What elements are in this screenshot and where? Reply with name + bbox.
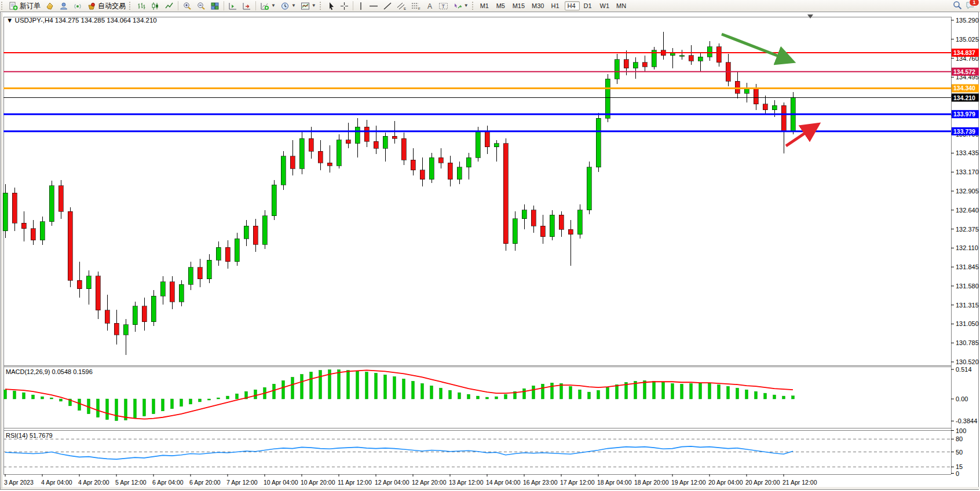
autotrading-button[interactable]: 自动交易 <box>85 1 128 11</box>
candle-body <box>383 136 387 148</box>
svg-text:12 Apr 20:00: 12 Apr 20:00 <box>412 479 447 486</box>
svg-text:0: 0 <box>956 470 959 477</box>
timeframe-button-m15[interactable]: M15 <box>510 1 528 10</box>
svg-text:-0.3844: -0.3844 <box>956 417 977 424</box>
horizontal-line-tool-button[interactable] <box>367 1 381 11</box>
quotes-button[interactable] <box>43 1 57 11</box>
toolbar-grip <box>1 2 5 10</box>
green-down-arrow[interactable] <box>722 34 791 61</box>
timeframe-button-w1[interactable]: W1 <box>597 1 613 10</box>
profile-button[interactable] <box>57 1 71 11</box>
candle-body <box>457 167 462 179</box>
candle-body <box>494 144 499 147</box>
svg-text:131.580: 131.580 <box>956 283 979 290</box>
candle-body <box>272 185 276 215</box>
candle-body <box>346 140 350 144</box>
chart-canvas[interactable]: 135.290135.025134.760134.495134.230133.9… <box>1 12 979 489</box>
candle-body <box>337 140 341 166</box>
tile-windows-button[interactable] <box>208 1 222 11</box>
channel-tool-button[interactable]: E <box>394 1 409 11</box>
add-indicator-button[interactable]: ▼ <box>258 1 278 11</box>
text-label-tool-button[interactable]: T <box>436 1 451 11</box>
candle-body <box>679 56 684 57</box>
horizontal-level-lines[interactable]: 134.837134.572134.340134.210133.979133.7… <box>3 49 979 135</box>
svg-text:6 Apr 20:00: 6 Apr 20:00 <box>189 479 221 486</box>
candle-body <box>86 276 91 289</box>
candle-body <box>754 88 758 104</box>
trendline-tool-button[interactable] <box>381 1 394 11</box>
crosshair-tool-button[interactable] <box>338 1 351 11</box>
toolbar-grip <box>472 2 476 10</box>
candle-body <box>12 193 17 223</box>
timeframe-button-mn[interactable]: MN <box>613 1 629 10</box>
svg-text:18 Apr 04:00: 18 Apr 04:00 <box>597 479 632 486</box>
candle-body <box>522 210 526 219</box>
zoom-in-button[interactable] <box>180 1 194 11</box>
timeframe-button-m30[interactable]: M30 <box>529 1 547 10</box>
svg-text:80: 80 <box>956 435 963 442</box>
candle-body <box>281 156 286 185</box>
new-order-label: 新订单 <box>20 1 41 11</box>
fibonacci-tool-button[interactable]: F <box>409 1 423 11</box>
candle-body <box>318 151 323 163</box>
zoom-out-button[interactable] <box>194 1 208 11</box>
candle-body <box>225 247 230 262</box>
arrow-shapes-icon <box>453 2 462 10</box>
candle-body <box>327 163 332 166</box>
timeframe-button-h1[interactable]: H1 <box>548 1 564 10</box>
svg-text:17 Apr 12:00: 17 Apr 12:00 <box>560 479 595 486</box>
text-tool-button[interactable]: A <box>423 1 436 11</box>
svg-text:11 Apr 12:00: 11 Apr 12:00 <box>338 479 372 486</box>
candle-body <box>374 141 378 148</box>
candle-body <box>587 167 591 210</box>
autoscroll-button[interactable] <box>226 1 240 11</box>
periods-button[interactable]: ▼ <box>278 1 298 11</box>
candle-body <box>77 280 82 289</box>
candle-body <box>253 226 258 244</box>
chart-title: ▼ USDJPY-,H4 134.275 134.285 134.064 134… <box>6 14 813 24</box>
svg-text:132.375: 132.375 <box>956 226 979 233</box>
toolbar-grip <box>129 2 133 10</box>
candle-body <box>114 323 119 335</box>
templates-button[interactable]: ▼ <box>298 1 319 11</box>
search-icon[interactable] <box>953 1 962 12</box>
svg-text:12 Apr 04:00: 12 Apr 04:00 <box>375 479 409 486</box>
line-chart-button[interactable] <box>162 1 176 11</box>
arrows-tool-button[interactable]: ▼ <box>451 1 471 11</box>
svg-text:7 Apr 12:00: 7 Apr 12:00 <box>226 479 258 486</box>
chart-shift-button[interactable] <box>240 1 254 11</box>
candlestick-chart-button[interactable] <box>148 1 162 11</box>
svg-text:134.837: 134.837 <box>953 49 975 56</box>
svg-text:5 Apr 12:00: 5 Apr 12:00 <box>115 479 147 486</box>
timeframe-button-d1[interactable]: D1 <box>581 1 596 10</box>
candle-body <box>401 138 406 160</box>
candle-body <box>198 268 202 279</box>
bar-chart-button[interactable] <box>134 1 148 11</box>
timeframe-button-m1[interactable]: M1 <box>477 1 492 10</box>
candle-body <box>476 131 480 158</box>
candle-body <box>642 63 647 67</box>
svg-text:135.025: 135.025 <box>956 36 979 43</box>
svg-text:0.514: 0.514 <box>956 366 972 373</box>
candle-body <box>689 56 693 61</box>
svg-text:3 Apr 2023: 3 Apr 2023 <box>4 479 34 486</box>
symbol-ohlc-readout: ▼ USDJPY-,H4 134.275 134.285 134.064 134… <box>6 17 157 24</box>
vertical-line-tool-button[interactable] <box>355 1 367 11</box>
candle-body <box>624 60 628 68</box>
new-order-button[interactable]: 新订单 <box>6 1 43 11</box>
timeframe-button-m5[interactable]: M5 <box>493 1 509 10</box>
svg-text:F: F <box>418 7 420 10</box>
candle-body <box>179 284 184 302</box>
signal-button[interactable] <box>71 1 85 11</box>
date-axis[interactable]: 3 Apr 20234 Apr 04:004 Apr 20:005 Apr 12… <box>1 474 979 489</box>
notifications-button[interactable]: 1 <box>966 1 975 12</box>
cursor-tool-button[interactable] <box>325 1 338 11</box>
svg-text:13 Apr 12:00: 13 Apr 12:00 <box>449 479 484 486</box>
window-edge <box>1 13 2 489</box>
timeframe-button-h4[interactable]: H4 <box>565 1 580 10</box>
vertical-line-icon <box>357 2 364 10</box>
candle-body <box>485 131 489 147</box>
candle-body <box>420 170 425 179</box>
svg-text:A: A <box>427 2 432 10</box>
cursor-icon <box>327 2 335 10</box>
